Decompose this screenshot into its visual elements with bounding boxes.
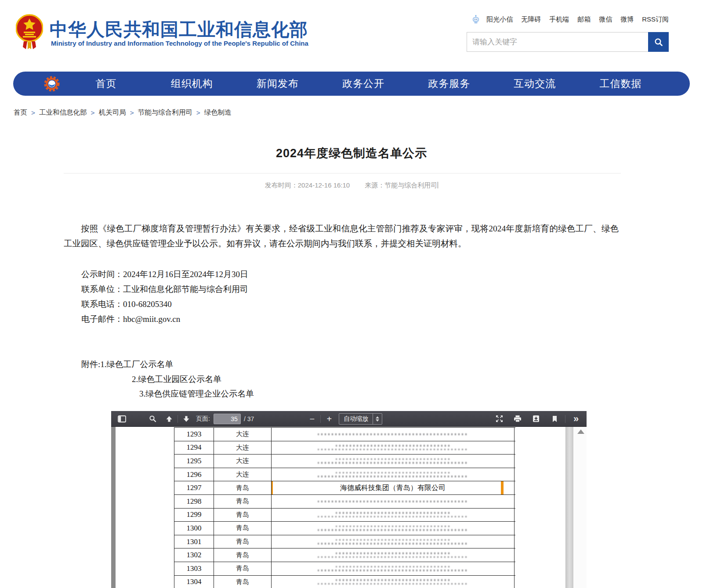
print-icon [514,415,522,422]
row-number-cell: 1293 [174,428,214,441]
city-cell: 大连 [214,428,272,441]
attachment-list: 附件:1.绿色工厂公示名单2.绿色工业园区公示名单3.绿色供应链管理企业公示名单 [81,357,254,401]
next-page-button[interactable] [180,413,192,425]
presentation-mode-button[interactable] [493,413,505,425]
city-cell: 大连 [214,441,272,455]
zoom-out-button[interactable]: − [306,413,318,425]
nav-item-4[interactable]: 政务服务 [406,77,492,90]
attachment-link-1[interactable]: 附件:1.绿色工厂公示名单 [81,357,254,372]
plus-icon: + [326,415,332,423]
breadcrumb-separator: > [196,109,200,117]
blurred-text-line [318,462,468,464]
pdf-search-button[interactable] [146,413,159,425]
table-row: 1300青岛 [174,522,515,535]
publish-time-label: 发布时间： [265,181,298,189]
bookmark-button[interactable] [548,413,561,425]
info-line-3: 电子邮件：hbc@miit.gov.cn [81,312,248,327]
zoom-mode-value: 自动缩放 [339,415,373,423]
blurred-text-line [318,449,468,451]
miit-gear-logo-icon [40,75,63,93]
company-cell [272,548,515,562]
search-button[interactable] [648,32,669,52]
minus-icon: − [309,415,315,423]
article-meta: 发布时间：2024-12-16 16:10来源：节能与综合利用司 [0,181,703,190]
row-number-cell: 1301 [174,535,214,548]
download-button[interactable] [530,413,542,425]
breadcrumb-item-4[interactable]: 绿色制造 [204,108,232,117]
breadcrumb-item-0[interactable]: 首页 [14,108,27,117]
pdf-viewer: 页面: / 37 − + 自动缩放 [111,411,587,588]
row-number-cell: 1304 [174,576,214,588]
city-cell: 大连 [214,455,272,468]
info-line-1: 联系单位：工业和信息化部节能与综合利用司 [81,282,248,297]
row-number-cell: 1303 [174,562,214,575]
quick-link-5[interactable]: 微博 [620,15,634,24]
scroll-up-arrow-icon[interactable] [577,429,584,434]
more-tools-button[interactable]: » [570,413,582,425]
row-number-cell: 1295 [174,455,214,468]
pdf-table: 1293大连1294大连1295大连1296大连1297青岛海德威科技集团（青岛… [174,427,515,588]
table-row: 1298青岛 [174,495,515,509]
breadcrumb-item-3[interactable]: 节能与综合利用司 [138,108,192,117]
quick-link-2[interactable]: 手机端 [549,15,569,24]
quick-link-6[interactable]: RSS订阅 [642,15,669,24]
pdf-scrollbar-track[interactable] [574,427,587,588]
attachment-link-2[interactable]: 2.绿色工业园区公示名单 [81,372,254,387]
site-subtitle: Ministry of Industry and Information Tec… [51,40,308,47]
nav-item-3[interactable]: 政务公开 [320,77,406,90]
attachment-link-3[interactable]: 3.绿色供应链管理企业公示名单 [81,386,254,401]
blurred-text-line [318,476,468,477]
page-number-input[interactable] [214,414,241,424]
zoom-mode-select[interactable]: 自动缩放 [339,413,382,425]
nav-item-0[interactable]: 首页 [63,77,149,90]
blurred-text-line [318,516,468,518]
text-caret [438,182,438,188]
page: 中华人民共和国工业和信息化部 Ministry of Industry and … [0,0,703,588]
article-paragraph: 按照《绿色工厂梯度培育及管理暂行办法》有关要求，经省级工业和信息化主管部门推荐及… [64,221,619,251]
print-button[interactable] [511,413,524,425]
title-divider [64,173,621,173]
table-row: 1299青岛 [174,509,515,522]
row-number-cell: 1297 [174,481,214,494]
pdf-page: 1293大连1294大连1295大连1296大连1297青岛海德威科技集团（青岛… [111,427,587,588]
site-title: 中华人民共和国工业和信息化部 [50,18,308,42]
nav-item-6[interactable]: 工信数据 [578,77,663,90]
blurred-text-line [336,445,449,447]
zoom-in-button[interactable]: + [323,413,335,425]
nav-item-2[interactable]: 新闻发布 [235,77,320,90]
quick-link-4[interactable]: 微信 [599,15,612,24]
site-search [467,32,669,52]
robot-mascot-icon [471,14,481,24]
illegible-company-text [272,579,514,584]
quick-link-3[interactable]: 邮箱 [577,15,591,24]
quick-link-1[interactable]: 无障碍 [521,15,541,24]
nav-item-5[interactable]: 互动交流 [492,77,578,90]
breadcrumb-item-1[interactable]: 工业和信息化部 [39,108,87,117]
pdf-scrollbar-thumb[interactable] [565,427,573,588]
table-row: 1304青岛 [174,576,515,588]
company-cell [272,535,515,548]
illegible-company-text [272,539,514,545]
page-label: 页面: [196,415,210,423]
city-cell: 大连 [214,468,272,481]
double-chevron-icon: » [573,414,579,424]
quick-link-0[interactable]: 阳光小信 [486,15,513,24]
illegible-company-text [272,445,514,450]
nav-item-1[interactable]: 组织机构 [149,77,235,90]
table-row: 1295大连 [174,455,515,468]
info-line-0: 公示时间：2024年12月16日至2024年12月30日 [81,267,248,282]
breadcrumb-item-2[interactable]: 机关司局 [99,108,126,117]
highlighted-company-name: 海德威科技集团（青岛）有限公司 [340,483,446,493]
sidebar-toggle-button[interactable] [116,413,128,425]
breadcrumb-separator: > [91,109,95,117]
illegible-company-text [272,552,514,558]
company-cell [272,495,515,508]
bookmark-icon [552,415,558,422]
search-input[interactable] [467,32,648,51]
company-cell [272,468,515,481]
national-emblem-icon [16,13,43,52]
previous-page-button[interactable] [163,413,175,425]
city-cell: 青岛 [214,535,272,548]
blurred-text-line [336,552,449,554]
illegible-company-text [272,433,514,435]
